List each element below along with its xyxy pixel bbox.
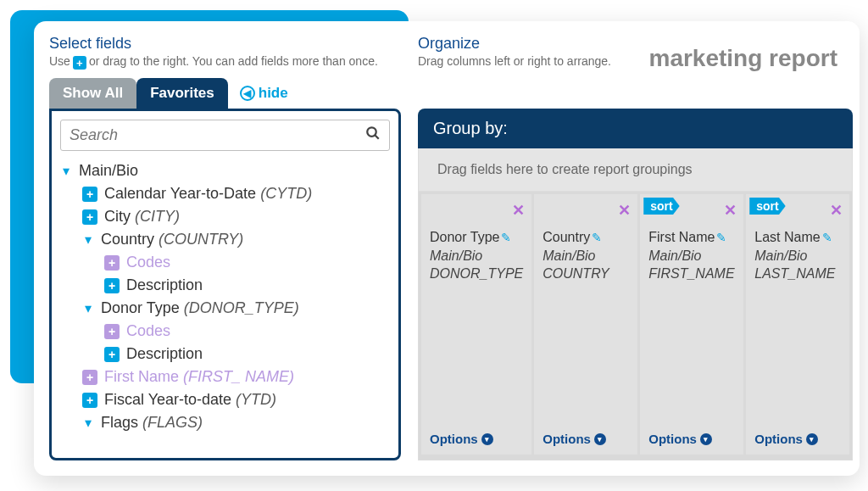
report-builder-card: marketing report Select fields Use + or … — [34, 21, 860, 476]
column-options-button[interactable]: Options▾ — [754, 398, 841, 446]
column-title: First Name — [648, 230, 715, 244]
column-path: Main/Bio — [430, 247, 523, 265]
report-column[interactable]: ✕Donor Type✎Main/BioDONOR_TYPEOptions▾ — [421, 194, 531, 455]
add-icon: + — [73, 56, 86, 70]
tree-group-donor-type[interactable]: Donor Type (DONOR_TYPE) — [60, 297, 383, 320]
tree-label: Country (COUNTRY) — [101, 231, 243, 248]
pencil-icon[interactable]: ✎ — [501, 231, 511, 244]
chevron-down-icon: ▾ — [806, 433, 818, 445]
column-options-button[interactable]: Options▾ — [542, 398, 629, 446]
column-title: Donor Type — [430, 230, 499, 244]
tree-item-country-codes[interactable]: + Codes — [60, 251, 383, 274]
tree-label: Codes — [126, 322, 170, 340]
tree-group-main-bio[interactable]: Main/Bio — [60, 159, 383, 182]
select-fields-pane: Select fields Use + or drag to the right… — [49, 35, 401, 460]
columns-area[interactable]: ✕Donor Type✎Main/BioDONOR_TYPEOptions▾✕C… — [418, 192, 853, 460]
chevron-down-icon: ▾ — [594, 433, 606, 445]
tree-item-donor-description[interactable]: + Description — [60, 343, 383, 365]
column-title: Last Name — [754, 230, 820, 244]
add-icon[interactable]: + — [104, 255, 120, 271]
column-body: Donor Type✎Main/BioDONOR_TYPE — [430, 228, 523, 283]
field-tabs: Show All Favorites ◀ hide — [49, 78, 401, 109]
add-icon[interactable]: + — [104, 324, 120, 339]
report-column[interactable]: ✕Country✎Main/BioCOUNTRYOptions▾ — [534, 194, 637, 455]
report-column[interactable]: sort✕Last Name✎Main/BioLAST_NAMEOptions▾ — [746, 194, 849, 455]
pencil-icon[interactable]: ✎ — [716, 231, 726, 244]
report-title: marketing report — [649, 45, 838, 72]
pencil-icon[interactable]: ✎ — [822, 231, 832, 244]
tree-label: First Name (FIRST_ NAME) — [104, 368, 294, 386]
svg-line-1 — [375, 135, 379, 139]
column-title: Country — [542, 230, 590, 244]
add-icon[interactable]: + — [104, 347, 120, 362]
tree-label: Codes — [126, 254, 170, 271]
add-icon[interactable]: + — [82, 370, 97, 385]
chevron-down-icon — [82, 300, 94, 316]
search-icon — [365, 126, 381, 145]
add-icon[interactable]: + — [104, 278, 120, 293]
options-label: Options — [542, 432, 591, 446]
chevron-down-icon: ▾ — [481, 433, 493, 445]
tree-label: Description — [126, 276, 203, 294]
tree-label: Donor Type (DONOR_TYPE) — [101, 299, 299, 317]
column-body: Last Name✎Main/BioLAST_NAME — [754, 228, 841, 283]
tree-group-country[interactable]: Country (COUNTRY) — [60, 228, 383, 251]
search-field-wrap — [60, 120, 390, 151]
search-input[interactable] — [70, 126, 365, 144]
close-icon[interactable]: ✕ — [830, 201, 843, 220]
tree-item-first-name[interactable]: + First Name (FIRST_ NAME) — [60, 365, 383, 388]
add-icon[interactable]: + — [82, 209, 97, 225]
add-icon[interactable]: + — [82, 393, 97, 408]
tree-label: Main/Bio — [79, 162, 138, 180]
sort-badge[interactable]: sort — [643, 198, 679, 215]
tree-label: Flags (FLAGS) — [101, 414, 203, 432]
column-api: DONOR_TYPE — [430, 265, 523, 283]
add-icon[interactable]: + — [82, 187, 97, 202]
tree-label: Fiscal Year-to-date (YTD) — [104, 391, 276, 409]
report-column[interactable]: sort✕First Name✎Main/BioFIRST_NAMEOption… — [640, 194, 743, 455]
tree-item-cytd[interactable]: + Calendar Year-to-Date (CYTD) — [60, 182, 383, 205]
chevron-down-icon — [60, 163, 72, 179]
column-options-button[interactable]: Options▾ — [648, 398, 735, 446]
hide-panel-button[interactable]: ◀ hide — [240, 85, 288, 109]
tree-label: Description — [126, 345, 203, 363]
column-api: COUNTRY — [542, 265, 629, 283]
close-icon[interactable]: ✕ — [618, 201, 631, 220]
tree-label: City (CITY) — [104, 208, 180, 226]
column-api: FIRST_NAME — [648, 265, 735, 283]
hide-label: hide — [259, 85, 288, 102]
close-icon[interactable]: ✕ — [724, 201, 737, 220]
options-label: Options — [430, 432, 478, 446]
chevron-down-icon: ▾ — [700, 433, 712, 445]
pencil-icon[interactable]: ✎ — [592, 231, 602, 244]
tab-show-all[interactable]: Show All — [49, 78, 136, 109]
group-by-header: Group by: — [418, 109, 853, 148]
tree-item-country-description[interactable]: + Description — [60, 274, 383, 297]
tree-item-ytd[interactable]: + Fiscal Year-to-date (YTD) — [60, 388, 383, 411]
tree-item-city[interactable]: + City (CITY) — [60, 205, 383, 228]
tree-label: Calendar Year-to-Date (CYTD) — [104, 185, 312, 203]
options-label: Options — [754, 432, 803, 446]
column-body: First Name✎Main/BioFIRST_NAME — [648, 228, 735, 283]
tree-item-donor-codes[interactable]: + Codes — [60, 320, 383, 343]
close-icon[interactable]: ✕ — [512, 201, 525, 220]
subtext-pre: Use — [49, 54, 70, 68]
select-fields-heading: Select fields — [49, 35, 401, 53]
group-by-dropzone[interactable]: Drag fields here to create report groupi… — [418, 148, 853, 192]
chevron-left-icon: ◀ — [240, 86, 255, 101]
column-path: Main/Bio — [754, 247, 841, 265]
svg-point-0 — [367, 127, 376, 137]
subtext-post: or drag to the right. You can add fields… — [89, 54, 378, 68]
sort-badge[interactable]: sort — [749, 198, 785, 215]
column-path: Main/Bio — [542, 247, 629, 265]
chevron-down-icon — [82, 415, 94, 431]
select-fields-subtext: Use + or drag to the right. You can add … — [49, 54, 401, 68]
column-options-button[interactable]: Options▾ — [430, 398, 523, 446]
field-picker: Main/Bio + Calendar Year-to-Date (CYTD) … — [49, 109, 401, 460]
field-tree[interactable]: Main/Bio + Calendar Year-to-Date (CYTD) … — [60, 159, 390, 449]
organize-pane: Organize Drag columns left or right to a… — [418, 35, 853, 460]
tab-favorites[interactable]: Favorites — [136, 78, 228, 109]
options-label: Options — [648, 432, 697, 446]
column-body: Country✎Main/BioCOUNTRY — [542, 228, 629, 283]
tree-group-flags[interactable]: Flags (FLAGS) — [60, 411, 383, 434]
